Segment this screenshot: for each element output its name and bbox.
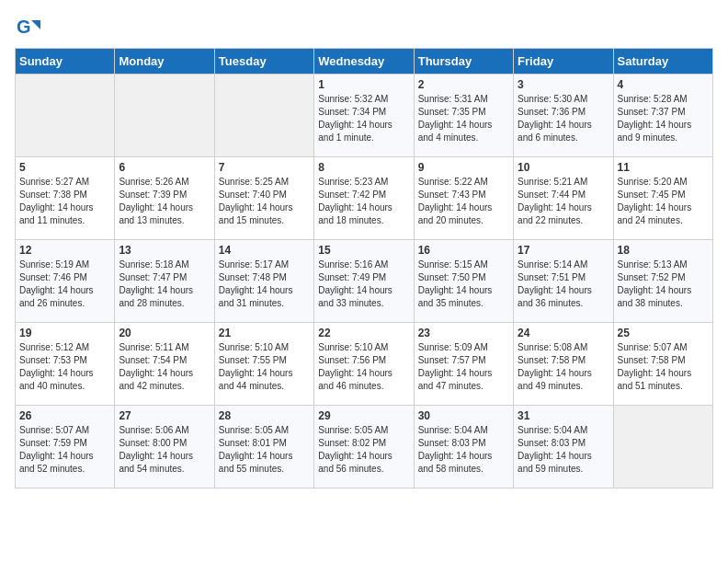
day-number: 13 — [119, 244, 210, 257]
day-number: 25 — [618, 327, 709, 339]
day-cell: 21Sunrise: 5:10 AM Sunset: 7:55 PM Dayli… — [214, 323, 313, 406]
day-cell: 26Sunrise: 5:07 AM Sunset: 7:59 PM Dayli… — [16, 406, 115, 488]
day-cell — [115, 75, 214, 157]
day-content: Sunrise: 5:22 AM Sunset: 7:43 PM Dayligh… — [418, 176, 509, 227]
calendar-table: SundayMondayTuesdayWednesdayThursdayFrid… — [15, 48, 713, 488]
day-cell: 10Sunrise: 5:21 AM Sunset: 7:44 PM Dayli… — [514, 157, 613, 240]
day-cell: 18Sunrise: 5:13 AM Sunset: 7:52 PM Dayli… — [613, 240, 712, 323]
day-number: 2 — [418, 78, 509, 91]
day-content: Sunrise: 5:10 AM Sunset: 7:55 PM Dayligh… — [219, 341, 310, 393]
day-cell: 28Sunrise: 5:05 AM Sunset: 8:01 PM Dayli… — [214, 406, 313, 488]
day-number: 11 — [618, 161, 709, 174]
day-cell — [613, 406, 712, 488]
logo-icon: G — [15, 15, 40, 40]
day-cell: 9Sunrise: 5:22 AM Sunset: 7:43 PM Daylig… — [414, 157, 513, 240]
day-number: 4 — [618, 78, 709, 91]
week-row-3: 12Sunrise: 5:19 AM Sunset: 7:46 PM Dayli… — [16, 240, 713, 323]
day-number: 1 — [318, 78, 409, 91]
day-content: Sunrise: 5:17 AM Sunset: 7:48 PM Dayligh… — [219, 259, 310, 310]
logo: G — [15, 15, 42, 40]
day-number: 6 — [119, 161, 210, 174]
day-cell: 2Sunrise: 5:31 AM Sunset: 7:35 PM Daylig… — [414, 75, 513, 157]
day-content: Sunrise: 5:15 AM Sunset: 7:50 PM Dayligh… — [418, 259, 509, 310]
days-header-row: SundayMondayTuesdayWednesdayThursdayFrid… — [16, 49, 713, 75]
day-number: 27 — [119, 409, 210, 422]
day-cell: 22Sunrise: 5:10 AM Sunset: 7:56 PM Dayli… — [314, 323, 414, 406]
day-content: Sunrise: 5:23 AM Sunset: 7:42 PM Dayligh… — [318, 176, 409, 227]
day-cell: 4Sunrise: 5:28 AM Sunset: 7:37 PM Daylig… — [613, 75, 712, 157]
day-number: 29 — [318, 409, 409, 422]
week-row-5: 26Sunrise: 5:07 AM Sunset: 7:59 PM Dayli… — [16, 406, 713, 488]
day-cell: 29Sunrise: 5:05 AM Sunset: 8:02 PM Dayli… — [314, 406, 414, 488]
day-content: Sunrise: 5:31 AM Sunset: 7:35 PM Dayligh… — [418, 93, 509, 144]
day-cell: 12Sunrise: 5:19 AM Sunset: 7:46 PM Dayli… — [16, 240, 115, 323]
header: G — [15, 15, 713, 40]
day-content: Sunrise: 5:28 AM Sunset: 7:37 PM Dayligh… — [618, 93, 709, 144]
day-content: Sunrise: 5:27 AM Sunset: 7:38 PM Dayligh… — [19, 176, 110, 227]
day-content: Sunrise: 5:16 AM Sunset: 7:49 PM Dayligh… — [318, 259, 409, 310]
day-cell: 19Sunrise: 5:12 AM Sunset: 7:53 PM Dayli… — [16, 323, 115, 406]
day-number: 31 — [518, 409, 609, 422]
day-number: 16 — [418, 244, 509, 257]
day-number: 8 — [318, 161, 409, 174]
day-cell: 8Sunrise: 5:23 AM Sunset: 7:42 PM Daylig… — [314, 157, 414, 240]
day-cell: 11Sunrise: 5:20 AM Sunset: 7:45 PM Dayli… — [613, 157, 712, 240]
day-cell: 31Sunrise: 5:04 AM Sunset: 8:03 PM Dayli… — [514, 406, 613, 488]
day-content: Sunrise: 5:30 AM Sunset: 7:36 PM Dayligh… — [518, 93, 609, 144]
day-content: Sunrise: 5:09 AM Sunset: 7:57 PM Dayligh… — [418, 341, 509, 393]
day-number: 23 — [418, 327, 509, 339]
svg-text:G: G — [17, 17, 31, 37]
day-number: 24 — [518, 327, 609, 339]
day-number: 14 — [219, 244, 310, 257]
day-cell: 13Sunrise: 5:18 AM Sunset: 7:47 PM Dayli… — [115, 240, 214, 323]
day-content: Sunrise: 5:07 AM Sunset: 7:58 PM Dayligh… — [618, 341, 709, 393]
day-number: 30 — [418, 409, 509, 422]
week-row-1: 1Sunrise: 5:32 AM Sunset: 7:34 PM Daylig… — [16, 75, 713, 157]
day-cell: 27Sunrise: 5:06 AM Sunset: 8:00 PM Dayli… — [115, 406, 214, 488]
day-content: Sunrise: 5:20 AM Sunset: 7:45 PM Dayligh… — [618, 176, 709, 227]
day-cell: 16Sunrise: 5:15 AM Sunset: 7:50 PM Dayli… — [414, 240, 513, 323]
day-cell: 15Sunrise: 5:16 AM Sunset: 7:49 PM Dayli… — [314, 240, 414, 323]
day-header-sunday: Sunday — [16, 49, 115, 75]
day-content: Sunrise: 5:14 AM Sunset: 7:51 PM Dayligh… — [518, 259, 609, 310]
day-content: Sunrise: 5:25 AM Sunset: 7:40 PM Dayligh… — [219, 176, 310, 227]
day-content: Sunrise: 5:12 AM Sunset: 7:53 PM Dayligh… — [19, 341, 110, 393]
day-cell: 23Sunrise: 5:09 AM Sunset: 7:57 PM Dayli… — [414, 323, 513, 406]
day-header-saturday: Saturday — [613, 49, 712, 75]
day-number: 15 — [318, 244, 409, 257]
day-content: Sunrise: 5:06 AM Sunset: 8:00 PM Dayligh… — [119, 424, 210, 476]
week-row-4: 19Sunrise: 5:12 AM Sunset: 7:53 PM Dayli… — [16, 323, 713, 406]
day-content: Sunrise: 5:18 AM Sunset: 7:47 PM Dayligh… — [119, 259, 210, 310]
day-header-friday: Friday — [514, 49, 613, 75]
day-content: Sunrise: 5:21 AM Sunset: 7:44 PM Dayligh… — [518, 176, 609, 227]
day-number: 20 — [119, 327, 210, 339]
day-cell: 17Sunrise: 5:14 AM Sunset: 7:51 PM Dayli… — [514, 240, 613, 323]
day-cell: 3Sunrise: 5:30 AM Sunset: 7:36 PM Daylig… — [514, 75, 613, 157]
day-number: 22 — [318, 327, 409, 339]
day-number: 12 — [19, 244, 110, 257]
day-number: 17 — [518, 244, 609, 257]
day-cell: 14Sunrise: 5:17 AM Sunset: 7:48 PM Dayli… — [214, 240, 313, 323]
day-header-wednesday: Wednesday — [314, 49, 414, 75]
day-cell: 7Sunrise: 5:25 AM Sunset: 7:40 PM Daylig… — [214, 157, 313, 240]
week-row-2: 5Sunrise: 5:27 AM Sunset: 7:38 PM Daylig… — [16, 157, 713, 240]
day-number: 19 — [19, 327, 110, 339]
day-content: Sunrise: 5:05 AM Sunset: 8:01 PM Dayligh… — [219, 424, 310, 476]
day-content: Sunrise: 5:13 AM Sunset: 7:52 PM Dayligh… — [618, 259, 709, 310]
day-number: 7 — [219, 161, 310, 174]
day-cell: 5Sunrise: 5:27 AM Sunset: 7:38 PM Daylig… — [16, 157, 115, 240]
day-cell — [214, 75, 313, 157]
day-number: 10 — [518, 161, 609, 174]
day-content: Sunrise: 5:11 AM Sunset: 7:54 PM Dayligh… — [119, 341, 210, 393]
day-content: Sunrise: 5:04 AM Sunset: 8:03 PM Dayligh… — [518, 424, 609, 476]
day-number: 26 — [19, 409, 110, 422]
day-number: 18 — [618, 244, 709, 257]
day-cell: 20Sunrise: 5:11 AM Sunset: 7:54 PM Dayli… — [115, 323, 214, 406]
day-content: Sunrise: 5:08 AM Sunset: 7:58 PM Dayligh… — [518, 341, 609, 393]
day-number: 9 — [418, 161, 509, 174]
day-cell: 30Sunrise: 5:04 AM Sunset: 8:03 PM Dayli… — [414, 406, 513, 488]
day-content: Sunrise: 5:32 AM Sunset: 7:34 PM Dayligh… — [318, 93, 409, 144]
day-number: 21 — [219, 327, 310, 339]
day-number: 28 — [219, 409, 310, 422]
day-cell — [16, 75, 115, 157]
